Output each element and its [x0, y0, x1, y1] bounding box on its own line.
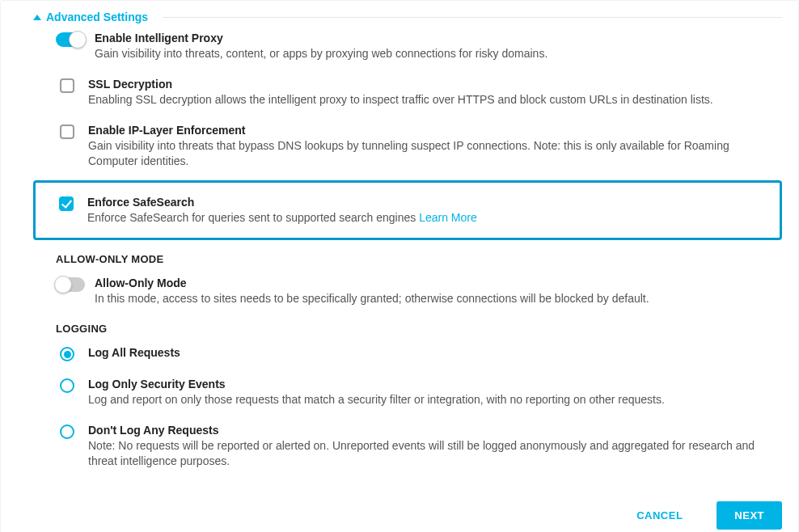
allow-only-header: ALLOW-ONLY MODE — [33, 245, 782, 268]
ssl-checkbox[interactable] — [60, 78, 74, 93]
ip-layer-title: Enable IP-Layer Enforcement — [88, 124, 782, 137]
ssl-row: SSL Decryption Enabling SSL decryption a… — [33, 70, 782, 116]
allow-only-row: Allow-Only Mode In this mode, access to … — [33, 268, 782, 315]
log-none-desc: Note: No requests will be reported or al… — [88, 438, 782, 469]
log-all-radio[interactable] — [60, 347, 74, 361]
intelligent-proxy-desc: Gain visibility into threats, content, o… — [95, 46, 782, 61]
settings-panel: Advanced Settings Enable Intelligent Pro… — [0, 0, 799, 532]
intelligent-proxy-row: Enable Intelligent Proxy Gain visibility… — [33, 23, 782, 70]
ip-layer-checkbox[interactable] — [60, 125, 74, 139]
toggle-knob-icon — [54, 276, 72, 293]
next-button[interactable]: NEXT — [717, 501, 782, 530]
ssl-title: SSL Decryption — [88, 78, 782, 91]
advanced-settings-toggle[interactable]: Advanced Settings — [33, 11, 782, 23]
toggle-knob-icon — [69, 31, 87, 49]
footer-actions: CANCEL NEXT — [33, 477, 782, 530]
allow-only-desc: In this mode, access to sites needs to b… — [95, 291, 782, 306]
log-security-desc: Log and report on only those requests th… — [88, 392, 782, 407]
log-all-row: Log All Requests — [33, 338, 782, 369]
log-security-title: Log Only Security Events — [88, 378, 782, 391]
intelligent-proxy-title: Enable Intelligent Proxy — [95, 32, 782, 44]
safesearch-row: Enforce SafeSearch Enforce SafeSearch fo… — [36, 188, 780, 234]
allow-only-title: Allow-Only Mode — [95, 277, 782, 289]
safesearch-highlight: Enforce SafeSearch Enforce SafeSearch fo… — [33, 180, 782, 241]
log-security-row: Log Only Security Events Log and report … — [33, 369, 782, 416]
log-none-radio[interactable] — [60, 424, 74, 439]
safesearch-checkbox[interactable] — [59, 196, 74, 211]
safesearch-learn-more-link[interactable]: Learn More — [419, 211, 477, 224]
advanced-settings-label: Advanced Settings — [46, 11, 148, 23]
ssl-desc: Enabling SSL decryption allows the intel… — [88, 92, 782, 108]
ip-layer-desc: Gain visibility into threats that bypass… — [88, 138, 782, 169]
safesearch-desc: Enforce SafeSearch for queries sent to s… — [87, 210, 780, 226]
caret-up-icon — [33, 15, 41, 20]
cancel-button[interactable]: CANCEL — [619, 501, 700, 530]
log-all-title: Log All Requests — [88, 346, 782, 359]
log-security-radio[interactable] — [60, 378, 74, 393]
logging-header: LOGGING — [33, 315, 782, 338]
safesearch-title: Enforce SafeSearch — [87, 196, 780, 209]
log-none-title: Don't Log Any Requests — [88, 424, 782, 437]
ip-layer-row: Enable IP-Layer Enforcement Gain visibil… — [33, 116, 782, 177]
log-none-row: Don't Log Any Requests Note: No requests… — [33, 416, 782, 477]
allow-only-toggle[interactable] — [56, 277, 85, 292]
intelligent-proxy-toggle[interactable] — [56, 32, 85, 47]
safesearch-desc-text: Enforce SafeSearch for queries sent to s… — [87, 211, 419, 224]
